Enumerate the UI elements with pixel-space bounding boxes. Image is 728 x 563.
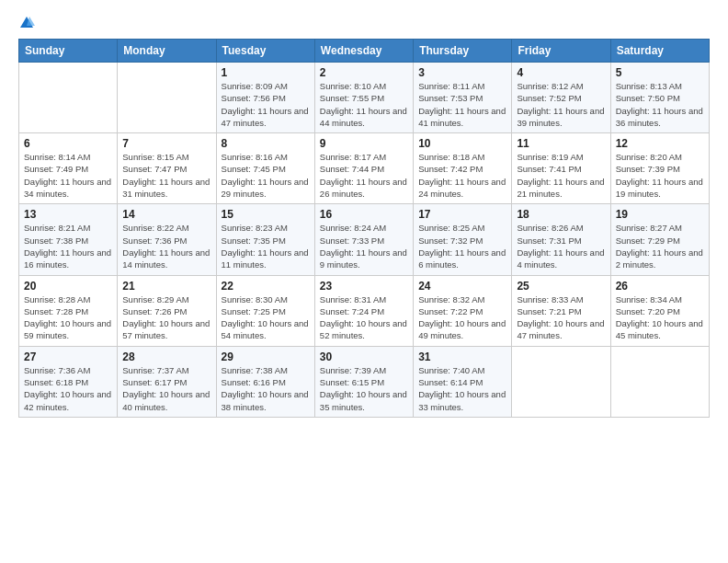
calendar-cell: 15Sunrise: 8:23 AMSunset: 7:35 PMDayligh… bbox=[216, 204, 314, 275]
calendar-cell bbox=[512, 346, 610, 417]
day-number: 25 bbox=[517, 280, 605, 293]
calendar-cell: 20Sunrise: 8:28 AMSunset: 7:28 PMDayligh… bbox=[19, 275, 118, 346]
day-info: Sunrise: 7:37 AMSunset: 6:17 PMDaylight:… bbox=[122, 364, 210, 413]
day-info: Sunrise: 7:36 AMSunset: 6:18 PMDaylight:… bbox=[24, 364, 112, 413]
calendar-cell: 18Sunrise: 8:26 AMSunset: 7:31 PMDayligh… bbox=[512, 204, 610, 275]
calendar-week-1: 1Sunrise: 8:09 AMSunset: 7:56 PMDaylight… bbox=[19, 63, 710, 133]
calendar-week-5: 27Sunrise: 7:36 AMSunset: 6:18 PMDayligh… bbox=[19, 346, 710, 417]
day-info: Sunrise: 8:28 AMSunset: 7:28 PMDaylight:… bbox=[24, 293, 112, 342]
day-number: 10 bbox=[418, 137, 506, 150]
day-number: 26 bbox=[616, 280, 704, 293]
calendar-cell bbox=[610, 346, 709, 417]
day-info: Sunrise: 8:10 AMSunset: 7:55 PMDaylight:… bbox=[320, 80, 408, 129]
day-number: 17 bbox=[418, 208, 506, 221]
day-number: 13 bbox=[24, 208, 112, 221]
day-number: 14 bbox=[122, 208, 210, 221]
day-number: 9 bbox=[320, 137, 408, 150]
day-info: Sunrise: 8:24 AMSunset: 7:33 PMDaylight:… bbox=[320, 222, 408, 270]
col-monday: Monday bbox=[118, 40, 216, 63]
day-number: 8 bbox=[222, 137, 310, 150]
day-number: 22 bbox=[222, 280, 310, 293]
day-info: Sunrise: 7:39 AMSunset: 6:15 PMDaylight:… bbox=[320, 364, 408, 413]
calendar-cell: 17Sunrise: 8:25 AMSunset: 7:32 PMDayligh… bbox=[414, 204, 512, 275]
header bbox=[18, 15, 710, 31]
day-number: 7 bbox=[122, 137, 210, 150]
day-info: Sunrise: 8:29 AMSunset: 7:26 PMDaylight:… bbox=[122, 293, 210, 342]
calendar-cell: 29Sunrise: 7:38 AMSunset: 6:16 PMDayligh… bbox=[216, 346, 314, 417]
day-number: 21 bbox=[122, 280, 210, 293]
day-info: Sunrise: 8:31 AMSunset: 7:24 PMDaylight:… bbox=[320, 293, 408, 342]
col-sunday: Sunday bbox=[19, 40, 118, 63]
day-number: 27 bbox=[24, 350, 112, 363]
day-number: 4 bbox=[517, 66, 605, 79]
day-info: Sunrise: 8:18 AMSunset: 7:42 PMDaylight:… bbox=[418, 151, 506, 200]
day-number: 3 bbox=[418, 66, 506, 79]
day-number: 31 bbox=[418, 350, 506, 363]
day-info: Sunrise: 8:32 AMSunset: 7:22 PMDaylight:… bbox=[418, 293, 506, 342]
calendar-cell: 12Sunrise: 8:20 AMSunset: 7:39 PMDayligh… bbox=[610, 133, 709, 204]
day-number: 30 bbox=[320, 350, 408, 363]
calendar-table: Sunday Monday Tuesday Wednesday Thursday… bbox=[18, 39, 710, 418]
header-row: Sunday Monday Tuesday Wednesday Thursday… bbox=[19, 40, 710, 63]
col-tuesday: Tuesday bbox=[216, 40, 314, 63]
calendar-cell: 27Sunrise: 7:36 AMSunset: 6:18 PMDayligh… bbox=[19, 346, 118, 417]
calendar-cell: 2Sunrise: 8:10 AMSunset: 7:55 PMDaylight… bbox=[314, 63, 413, 133]
day-info: Sunrise: 8:23 AMSunset: 7:35 PMDaylight:… bbox=[222, 222, 310, 270]
day-info: Sunrise: 8:26 AMSunset: 7:31 PMDaylight:… bbox=[517, 222, 605, 270]
calendar-cell: 13Sunrise: 8:21 AMSunset: 7:38 PMDayligh… bbox=[19, 204, 118, 275]
calendar-week-3: 13Sunrise: 8:21 AMSunset: 7:38 PMDayligh… bbox=[19, 204, 710, 275]
day-number: 5 bbox=[616, 66, 704, 79]
calendar-cell: 28Sunrise: 7:37 AMSunset: 6:17 PMDayligh… bbox=[118, 346, 216, 417]
calendar-cell: 3Sunrise: 8:11 AMSunset: 7:53 PMDaylight… bbox=[414, 63, 512, 133]
day-info: Sunrise: 8:30 AMSunset: 7:25 PMDaylight:… bbox=[222, 293, 310, 342]
calendar-cell bbox=[118, 63, 216, 133]
calendar-cell: 14Sunrise: 8:22 AMSunset: 7:36 PMDayligh… bbox=[118, 204, 216, 275]
calendar-cell: 26Sunrise: 8:34 AMSunset: 7:20 PMDayligh… bbox=[610, 275, 709, 346]
calendar-cell: 10Sunrise: 8:18 AMSunset: 7:42 PMDayligh… bbox=[414, 133, 512, 204]
logo-icon bbox=[18, 15, 35, 31]
logo bbox=[18, 15, 37, 31]
day-info: Sunrise: 8:27 AMSunset: 7:29 PMDaylight:… bbox=[616, 222, 704, 270]
calendar-cell: 22Sunrise: 8:30 AMSunset: 7:25 PMDayligh… bbox=[216, 275, 314, 346]
calendar-cell: 25Sunrise: 8:33 AMSunset: 7:21 PMDayligh… bbox=[512, 275, 610, 346]
calendar-cell: 9Sunrise: 8:17 AMSunset: 7:44 PMDaylight… bbox=[314, 133, 413, 204]
calendar-body: 1Sunrise: 8:09 AMSunset: 7:56 PMDaylight… bbox=[19, 63, 710, 418]
day-number: 28 bbox=[122, 350, 210, 363]
calendar-cell: 11Sunrise: 8:19 AMSunset: 7:41 PMDayligh… bbox=[512, 133, 610, 204]
day-number: 2 bbox=[320, 66, 408, 79]
calendar-cell: 24Sunrise: 8:32 AMSunset: 7:22 PMDayligh… bbox=[414, 275, 512, 346]
calendar-cell: 1Sunrise: 8:09 AMSunset: 7:56 PMDaylight… bbox=[216, 63, 314, 133]
day-number: 24 bbox=[418, 280, 506, 293]
day-number: 11 bbox=[517, 137, 605, 150]
day-number: 19 bbox=[616, 208, 704, 221]
calendar-cell: 8Sunrise: 8:16 AMSunset: 7:45 PMDaylight… bbox=[216, 133, 314, 204]
calendar-header: Sunday Monday Tuesday Wednesday Thursday… bbox=[19, 40, 710, 63]
day-info: Sunrise: 7:38 AMSunset: 6:16 PMDaylight:… bbox=[222, 364, 310, 413]
col-saturday: Saturday bbox=[610, 40, 709, 63]
day-info: Sunrise: 8:20 AMSunset: 7:39 PMDaylight:… bbox=[616, 151, 704, 200]
day-number: 23 bbox=[320, 280, 408, 293]
calendar-week-2: 6Sunrise: 8:14 AMSunset: 7:49 PMDaylight… bbox=[19, 133, 710, 204]
day-info: Sunrise: 8:21 AMSunset: 7:38 PMDaylight:… bbox=[24, 222, 112, 270]
calendar-cell: 5Sunrise: 8:13 AMSunset: 7:50 PMDaylight… bbox=[610, 63, 709, 133]
calendar-cell: 21Sunrise: 8:29 AMSunset: 7:26 PMDayligh… bbox=[118, 275, 216, 346]
col-thursday: Thursday bbox=[414, 40, 512, 63]
day-info: Sunrise: 8:11 AMSunset: 7:53 PMDaylight:… bbox=[418, 80, 506, 129]
day-info: Sunrise: 8:34 AMSunset: 7:20 PMDaylight:… bbox=[616, 293, 704, 342]
calendar-cell: 23Sunrise: 8:31 AMSunset: 7:24 PMDayligh… bbox=[314, 275, 413, 346]
day-info: Sunrise: 8:14 AMSunset: 7:49 PMDaylight:… bbox=[24, 151, 112, 200]
day-number: 29 bbox=[222, 350, 310, 363]
day-number: 15 bbox=[222, 208, 310, 221]
calendar-cell: 4Sunrise: 8:12 AMSunset: 7:52 PMDaylight… bbox=[512, 63, 610, 133]
day-info: Sunrise: 7:40 AMSunset: 6:14 PMDaylight:… bbox=[418, 364, 506, 413]
col-wednesday: Wednesday bbox=[314, 40, 413, 63]
day-info: Sunrise: 8:17 AMSunset: 7:44 PMDaylight:… bbox=[320, 151, 408, 200]
calendar-cell: 19Sunrise: 8:27 AMSunset: 7:29 PMDayligh… bbox=[610, 204, 709, 275]
day-number: 20 bbox=[24, 280, 112, 293]
day-info: Sunrise: 8:09 AMSunset: 7:56 PMDaylight:… bbox=[222, 80, 310, 129]
day-number: 1 bbox=[222, 66, 310, 79]
calendar-cell: 31Sunrise: 7:40 AMSunset: 6:14 PMDayligh… bbox=[414, 346, 512, 417]
day-info: Sunrise: 8:22 AMSunset: 7:36 PMDaylight:… bbox=[122, 222, 210, 270]
calendar-cell: 7Sunrise: 8:15 AMSunset: 7:47 PMDaylight… bbox=[118, 133, 216, 204]
day-info: Sunrise: 8:19 AMSunset: 7:41 PMDaylight:… bbox=[517, 151, 605, 200]
